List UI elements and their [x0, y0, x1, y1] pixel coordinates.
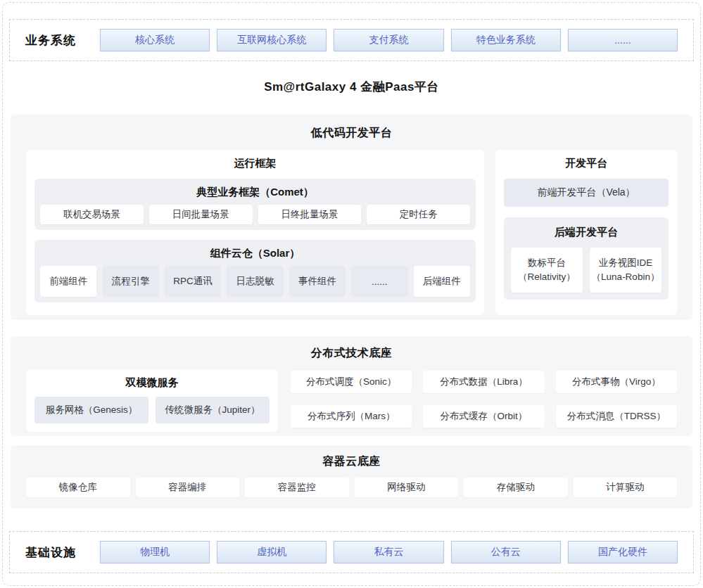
- distributed-item-sonic: 分布式调度（Sonic）: [291, 371, 412, 393]
- backend-dev-platform-title: 后端开发平台: [511, 226, 661, 239]
- infrastructure-strip: 基础设施 物理机 虚拟机 私有云 公有云 国产化硬件: [9, 531, 694, 573]
- solar-item-frontend-components: 前端组件: [40, 266, 96, 297]
- distributed-base-title: 分布式技术底座: [26, 346, 677, 361]
- solar-warehouse-box: 组件云仓（Solar） 前端组件 流程引擎 RPC通讯 日志脱敏 事件组件 ..…: [34, 240, 476, 302]
- backend-item-luna-robin-code: （Luna-Robin）: [592, 270, 660, 284]
- backend-item-relativity-code: （Relativity）: [518, 270, 576, 284]
- distributed-item-libra: 分布式数据（Libra）: [423, 371, 544, 393]
- lowcode-platform-title: 低代码开发平台: [26, 126, 677, 141]
- distributed-services-grid: 分布式调度（Sonic） 分布式数据（Libra） 分布式事物（Virgo） 分…: [291, 371, 677, 432]
- business-systems-strip: 业务系统 核心系统 互联网核心系统 支付系统 特色业务系统 ......: [9, 19, 694, 61]
- comet-item-scheduled-task: 定时任务: [367, 205, 470, 224]
- distributed-item-tdrss: 分布式消息（TDRSS）: [556, 405, 677, 428]
- dev-platform-title: 开发平台: [504, 157, 669, 170]
- lowcode-platform-section: 低代码开发平台 运行框架 典型业务框架（Comet） 联机交易场景 日间批量场景…: [11, 115, 692, 320]
- solar-item-log-masking: 日志脱敏: [227, 266, 283, 297]
- dual-mode-items-row: 服务网格（Genesis） 传统微服务（Jupiter）: [34, 397, 270, 423]
- business-system-special: 特色业务系统: [451, 29, 561, 51]
- business-system-ellipsis: ......: [568, 29, 678, 51]
- container-item-orchestration: 容器编排: [136, 478, 240, 497]
- frontend-dev-platform-vela: 前端开发平台（Vela）: [504, 179, 669, 207]
- container-base-section: 容器云底座 镜像仓库 容器编排 容器监控 网络驱动 存储驱动 计算驱动: [11, 445, 692, 509]
- container-item-network-driver: 网络驱动: [355, 478, 459, 497]
- business-system-internet-core: 互联网核心系统: [217, 29, 327, 51]
- backend-dev-items-row: 数标平台 （Relativity） 业务视图IDE （Luna-Robin）: [511, 248, 661, 293]
- container-item-monitoring: 容器监控: [245, 478, 349, 497]
- runtime-framework-box: 运行框架 典型业务框架（Comet） 联机交易场景 日间批量场景 日终批量场景 …: [26, 150, 484, 315]
- dual-mode-item-genesis: 服务网格（Genesis）: [34, 397, 148, 423]
- infra-item-physical-machine: 物理机: [100, 541, 210, 563]
- container-item-compute-driver: 计算驱动: [574, 478, 678, 497]
- dual-mode-microservice-box: 双模微服务 服务网格（Genesis） 传统微服务（Jupiter）: [26, 369, 278, 432]
- backend-dev-platform-box: 后端开发平台 数标平台 （Relativity） 业务视图IDE （Luna-R…: [504, 217, 669, 300]
- distributed-item-orbit: 分布式缓存（Orbit）: [423, 405, 544, 428]
- dual-mode-title: 双模微服务: [34, 376, 270, 390]
- backend-item-luna-robin-name: 业务视图IDE: [599, 256, 653, 270]
- lowcode-columns: 运行框架 典型业务框架（Comet） 联机交易场景 日间批量场景 日终批量场景 …: [26, 150, 677, 315]
- infra-item-public-cloud: 公有云: [451, 541, 561, 563]
- page-title: Sm@rtGalaxy 4 金融Paas平台: [0, 79, 703, 95]
- business-systems-label: 业务系统: [25, 32, 93, 49]
- business-system-payment: 支付系统: [334, 29, 443, 51]
- container-base-title: 容器云底座: [26, 454, 677, 469]
- solar-item-event-components: 事件组件: [289, 266, 346, 297]
- distributed-item-virgo: 分布式事物（Virgo）: [556, 371, 677, 393]
- dual-mode-item-jupiter: 传统微服务（Jupiter）: [156, 397, 270, 423]
- runtime-framework-title: 运行框架: [34, 157, 476, 170]
- solar-items-row: 前端组件 流程引擎 RPC通讯 日志脱敏 事件组件 ...... 后端组件: [40, 266, 470, 297]
- backend-item-relativity: 数标平台 （Relativity）: [511, 248, 583, 293]
- solar-item-process-engine: 流程引擎: [102, 266, 158, 297]
- backend-item-luna-robin: 业务视图IDE （Luna-Robin）: [590, 248, 661, 293]
- distributed-item-mars: 分布式序列（Mars）: [291, 405, 412, 428]
- container-item-image-registry: 镜像仓库: [26, 478, 130, 497]
- comet-items-row: 联机交易场景 日间批量场景 日终批量场景 定时任务: [40, 205, 470, 224]
- comet-framework-title: 典型业务框架（Comet）: [40, 186, 470, 199]
- business-system-core: 核心系统: [100, 29, 210, 51]
- comet-item-eod-batch: 日终批量场景: [258, 205, 362, 224]
- infra-item-domestic-hardware: 国产化硬件: [568, 541, 678, 563]
- container-item-storage-driver: 存储驱动: [464, 478, 568, 497]
- solar-item-backend-components: 后端组件: [414, 266, 470, 297]
- container-items-row: 镜像仓库 容器编排 容器监控 网络驱动 存储驱动 计算驱动: [26, 478, 677, 497]
- dev-platform-box: 开发平台 前端开发平台（Vela） 后端开发平台 数标平台 （Relativit…: [495, 150, 677, 315]
- distributed-columns: 双模微服务 服务网格（Genesis） 传统微服务（Jupiter） 分布式调度…: [26, 369, 677, 432]
- comet-item-online-trade: 联机交易场景: [40, 205, 144, 224]
- backend-item-relativity-name: 数标平台: [528, 256, 566, 270]
- distributed-base-section: 分布式技术底座 双模微服务 服务网格（Genesis） 传统微服务（Jupite…: [11, 336, 692, 436]
- comet-item-intraday-batch: 日间批量场景: [149, 205, 253, 224]
- solar-warehouse-title: 组件云仓（Solar）: [40, 247, 470, 260]
- solar-item-rpc: RPC通讯: [165, 266, 221, 297]
- infra-item-private-cloud: 私有云: [334, 541, 443, 563]
- infrastructure-label: 基础设施: [25, 544, 93, 561]
- comet-framework-box: 典型业务框架（Comet） 联机交易场景 日间批量场景 日终批量场景 定时任务: [34, 179, 476, 230]
- solar-item-ellipsis: ......: [351, 266, 407, 297]
- infra-item-virtual-machine: 虚拟机: [217, 541, 327, 563]
